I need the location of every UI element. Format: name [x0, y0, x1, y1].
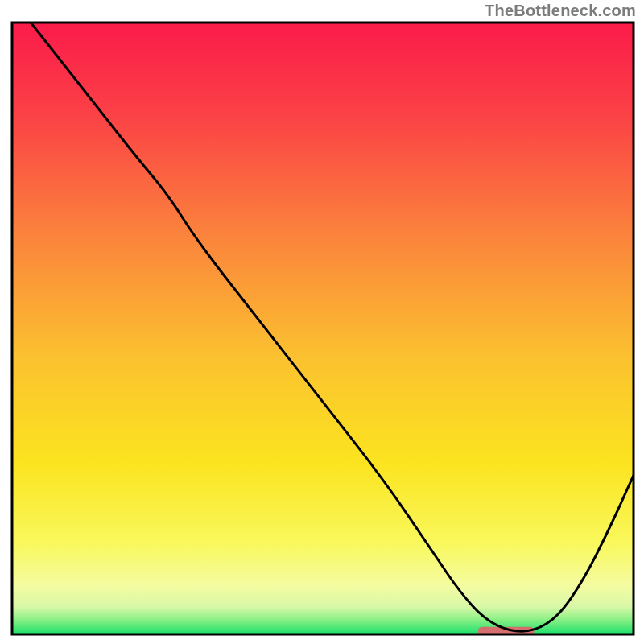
bottleneck-chart [0, 0, 644, 644]
chart-stage: TheBottleneck.com [0, 0, 644, 644]
gradient-fill [12, 23, 634, 634]
